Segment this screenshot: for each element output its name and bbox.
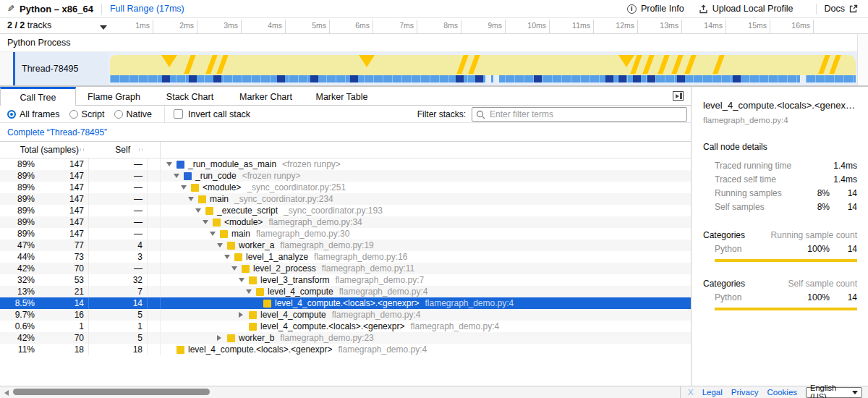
collapse-twisty-icon[interactable] [181,185,191,190]
collapse-twisty-icon[interactable] [224,255,234,259]
activity-marker-slash [205,55,217,74]
table-row[interactable]: 47%774worker_aflamegraph_demo.py:19 [0,240,691,251]
tab-flame-graph[interactable]: Flame Graph [76,87,152,105]
collapse-twisty-icon[interactable] [239,278,249,282]
table-row[interactable]: 89%147—main_sync_coordinator.py:234 [0,193,691,205]
self-column-header[interactable]: Self [89,145,148,155]
collapse-twisty-icon[interactable] [246,289,256,294]
total-percent-cell: 8.5% [0,297,35,309]
table-row[interactable]: 89%147—_run_module_as_main<frozen runpy> [0,158,691,170]
upload-profile-button[interactable]: Upload Local Profile [699,4,793,14]
table-row[interactable]: 11%1818level_4_compute.<locals>.<genexpr… [0,344,691,355]
sample-dense-segment [213,75,221,82]
tracks-dropdown[interactable]: 2 / 2 tracks [7,20,109,30]
scroll-left-arrow-icon[interactable] [4,390,9,396]
function-cell: worker_bflamegraph_demo.py:23 [161,332,691,344]
function-cell: level_4_compute.<locals>.<genexpr>flameg… [161,344,691,355]
function-cell: level_4_compute.<locals>.<genexpr>flameg… [161,297,691,309]
collapse-twisty-icon[interactable] [210,232,220,236]
tab-stack-chart[interactable]: Stack Chart [152,87,228,105]
table-row[interactable]: 89%147—<module>_sync_coordinator.py:251 [0,182,691,193]
tab-marker-chart[interactable]: Marker Chart [228,87,304,105]
sample-dense-segment [456,75,464,82]
horizontal-scrollbar-thumb[interactable] [13,389,210,395]
tab-marker-table[interactable]: Marker Table [304,87,380,105]
full-range-button[interactable]: Full Range (17ms) [110,4,184,14]
process-track-header[interactable]: Python Process [0,34,868,52]
category-strip-cell [148,274,161,286]
invert-call-stack-checkbox[interactable]: Invert call stack [174,109,250,119]
expand-twisty-icon[interactable] [239,312,249,318]
docs-link[interactable]: Docs [825,4,858,14]
tab-call-tree[interactable]: Call Tree [0,87,76,106]
call-node-details-rows: Traced running time1.4msTraced self time… [692,158,868,213]
category-strip-cell [148,216,161,228]
expand-twisty-icon[interactable] [217,335,227,341]
filter-stacks-input[interactable] [472,107,687,122]
ruler-tick-label: 11ms [550,21,590,30]
total-percent-cell: 9.7% [0,309,35,321]
activity-marker-slash [184,55,195,74]
table-row[interactable]: 42%705worker_bflamegraph_demo.py:23 [0,332,691,344]
table-row[interactable]: 42%70—level_2_processflamegraph_demo.py:… [0,263,691,274]
ruler-tick-label: 5ms [286,21,326,30]
file-location: _sync_coordinator.py:251 [247,182,346,193]
language-select[interactable]: English (US) [806,387,862,398]
collapse-twisty-icon[interactable] [217,243,227,247]
total-samples-cell: 73 [35,251,89,263]
radio-circle-icon [7,110,16,119]
edit-profile-name-icon[interactable]: ✎ [7,4,14,14]
collapse-twisty-icon[interactable] [195,208,205,213]
table-row[interactable]: 44%733level_1_analyzeflamegraph_demo.py:… [0,251,691,263]
table-row[interactable]: 8.5%1414level_4_compute.<locals>.<genexp… [0,297,691,309]
footer-link-privacy[interactable]: Privacy [731,388,759,397]
file-location: _sync_coordinator.py:193 [284,205,383,216]
sidebar: level_4_compute.<locals>.<genexpr> flame… [691,87,868,386]
total-samples-column-header[interactable]: Total (samples) [0,145,89,155]
total-samples-cell: 147 [35,193,89,205]
total-samples-cell: 53 [35,274,89,286]
sidebar-toggle-icon[interactable] [673,91,684,101]
collapse-twisty-icon[interactable] [188,197,198,201]
collapse-twisty-icon[interactable] [166,162,176,166]
detail-label: Traced running time [715,161,798,171]
table-row[interactable]: 32%5332level_3_transformflamegraph_demo.… [0,274,691,286]
collapse-twisty-icon[interactable] [231,266,242,271]
file-location: flamegraph_demo.py:30 [256,228,349,240]
file-location: flamegraph_demo.py:4 [339,286,428,297]
activity-marker-slash [216,55,228,74]
footer-link-cookies[interactable]: Cookies [767,388,798,397]
self-cell: 1 [89,321,148,332]
call-tree-header: Total (samples) Self [0,142,691,158]
detail-percent: 8% [798,202,830,212]
sample-dense-segment [189,75,197,82]
footer-link-legal[interactable]: Legal [702,388,723,397]
table-row[interactable]: 13%217level_4_computeflamegraph_demo.py:… [0,286,691,297]
radio-script[interactable]: Script [69,109,105,119]
table-row[interactable]: 89%147—<module>flamegraph_demo.py:34 [0,216,691,228]
radio-native[interactable]: Native [114,109,152,119]
collapse-twisty-icon[interactable] [174,174,184,178]
total-samples-cell: 147 [35,158,89,170]
footer-bar: XLegalPrivacyCookies English (US) [0,386,868,398]
collapse-twisty-icon[interactable] [203,220,213,224]
self-cell: — [89,170,148,182]
footer-link-x[interactable]: X [688,388,694,397]
category-color-icon [249,311,257,319]
self-cell: — [89,216,148,228]
table-row[interactable]: 9.7%165level_4_computeflamegraph_demo.py… [0,309,691,321]
table-row[interactable]: 89%147—_execute_script_sync_coordinator.… [0,205,691,216]
thread-track-canvas[interactable] [109,52,857,85]
table-row[interactable]: 0.6%11level_4_compute.<locals>.<genexpr>… [0,321,691,332]
profile-info-button[interactable]: i Profile Info [627,4,684,14]
radio-all-frames[interactable]: All frames [7,109,60,119]
ruler-tick-label: 8ms [417,21,458,30]
table-row[interactable]: 89%147—mainflamegraph_demo.py:30 [0,228,691,240]
breadcrumb[interactable]: Complete “Thread-78495” [7,127,107,137]
category-strip-cell [148,297,161,309]
self-cell: — [89,193,148,205]
external-link-icon [849,4,858,13]
thread-track-header[interactable]: Thread-78495 [15,52,109,85]
thread-track[interactable]: Thread-78495 [0,52,868,85]
table-row[interactable]: 89%147—_run_code<frozen runpy> [0,170,691,182]
